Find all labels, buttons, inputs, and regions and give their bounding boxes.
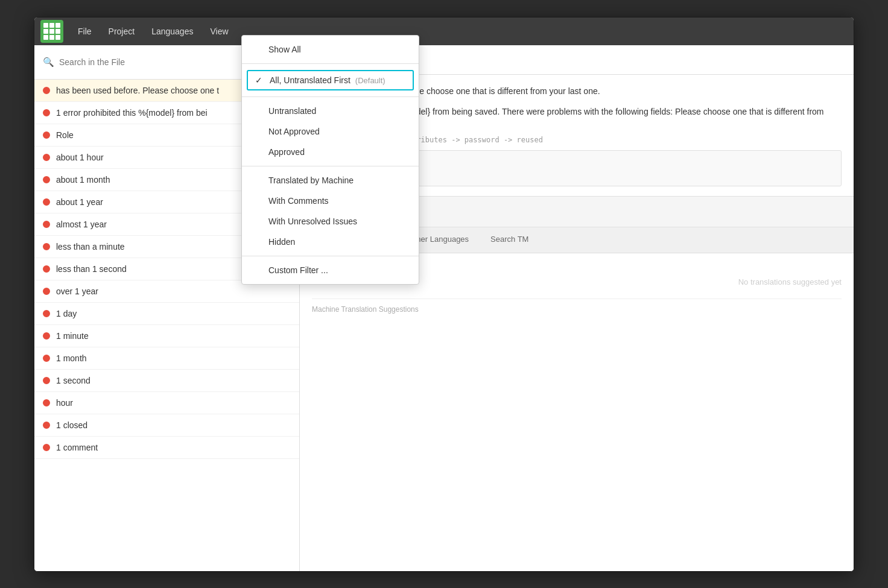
- app-icon[interactable]: [40, 20, 63, 43]
- filter-not-approved[interactable]: Not Approved: [242, 121, 419, 142]
- filter-default-label: (Default): [355, 76, 385, 85]
- status-dot: [43, 198, 50, 206]
- filter-translated-by-machine[interactable]: Translated by Machine: [242, 170, 419, 191]
- filter-show-all-label: Show All: [268, 45, 301, 54]
- main-area: 🔍 ▼ has been used before. Please choose …: [34, 45, 854, 571]
- check-mark-icon: ✓: [255, 75, 265, 85]
- string-text: 1 day: [56, 309, 77, 318]
- list-item[interactable]: 1 minute: [34, 325, 299, 347]
- string-text: about 1 month: [56, 175, 110, 185]
- grid-icon: [43, 23, 60, 40]
- check-empty: [254, 147, 264, 157]
- string-text: about 1 hour: [56, 153, 104, 162]
- filter-with-comments[interactable]: With Comments: [242, 191, 419, 211]
- status-dot: [43, 422, 50, 429]
- menu-file[interactable]: File: [69, 22, 100, 41]
- filter-all-untranslated-label: All, Untranslated First: [270, 75, 350, 85]
- check-empty: [254, 106, 264, 116]
- filter-approved-label: Approved: [268, 147, 305, 157]
- filter-with-comments-label: With Comments: [268, 196, 329, 206]
- check-empty: [254, 45, 264, 54]
- filter-custom[interactable]: Custom Filter ...: [242, 260, 419, 280]
- check-empty: [254, 217, 264, 226]
- filter-all-untranslated-first[interactable]: ✓ All, Untranslated First (Default): [247, 70, 414, 90]
- dropdown-section-1: Show All: [242, 36, 419, 64]
- status-dot: [43, 109, 50, 116]
- filter-not-approved-label: Not Approved: [268, 127, 320, 136]
- dropdown-section-4: Translated by Machine With Comments With…: [242, 166, 419, 256]
- list-item[interactable]: 1 closed: [34, 414, 299, 437]
- string-text: 1 closed: [56, 420, 87, 430]
- string-text: 1 comment: [56, 443, 98, 452]
- string-text: less than 1 second: [56, 264, 127, 274]
- string-text: has been used before. Please choose one …: [56, 86, 219, 95]
- filter-show-all[interactable]: Show All: [242, 39, 419, 60]
- filter-hidden[interactable]: Hidden: [242, 232, 419, 252]
- string-text: over 1 year: [56, 286, 98, 296]
- search-input[interactable]: [59, 57, 264, 67]
- status-dot: [43, 377, 50, 384]
- status-dot: [43, 265, 50, 273]
- filter-approved[interactable]: Approved: [242, 142, 419, 162]
- app-window: File Project Languages View 🔍 ▼ has been…: [34, 17, 854, 572]
- filter-with-unresolved-issues-label: With Unresolved Issues: [268, 217, 357, 226]
- string-text: 1 minute: [56, 331, 89, 341]
- menu-project[interactable]: Project: [100, 22, 144, 41]
- string-text: less than a minute: [56, 242, 125, 251]
- check-empty: [254, 196, 264, 206]
- status-dot: [43, 332, 50, 340]
- check-empty: [254, 127, 264, 136]
- menu-bar: File Project Languages View: [34, 17, 854, 45]
- string-text: 1 month: [56, 353, 87, 363]
- string-text: about 1 year: [56, 197, 103, 207]
- list-item[interactable]: 1 month: [34, 347, 299, 370]
- status-dot: [43, 355, 50, 362]
- dropdown-section-2: ✓ All, Untranslated First (Default): [242, 64, 419, 97]
- status-dot: [43, 176, 50, 183]
- string-text: 1 second: [56, 376, 90, 385]
- status-dot: [43, 288, 50, 295]
- status-dot: [43, 444, 50, 451]
- menu-languages[interactable]: Languages: [143, 22, 201, 41]
- status-dot: [43, 310, 50, 317]
- filter-hidden-label: Hidden: [268, 237, 295, 247]
- status-dot: [43, 154, 50, 161]
- string-text: hour: [56, 398, 73, 408]
- status-dot: [43, 221, 50, 228]
- machine-translation-label: Machine Translation Suggestions: [312, 299, 842, 314]
- filter-translated-by-machine-label: Translated by Machine: [268, 175, 354, 185]
- filter-with-unresolved-issues[interactable]: With Unresolved Issues: [242, 211, 419, 232]
- dropdown-section-3: Untranslated Not Approved Approved: [242, 97, 419, 166]
- status-dot: [43, 399, 50, 406]
- menu-view[interactable]: View: [201, 22, 236, 41]
- string-text: Role: [56, 130, 74, 140]
- list-item[interactable]: 1 comment: [34, 437, 299, 459]
- filter-dropdown: Show All ✓ All, Untranslated First (Defa…: [241, 35, 419, 285]
- status-dot: [43, 243, 50, 250]
- tab-content: No translations suggested yet Machine Tr…: [300, 253, 854, 571]
- dropdown-section-5: Custom Filter ...: [242, 256, 419, 284]
- string-text: 1 error prohibited this %{model} from be…: [56, 108, 208, 118]
- filter-untranslated-label: Untranslated: [268, 106, 316, 116]
- tab-search-tm[interactable]: Search TM: [480, 227, 539, 253]
- status-dot: [43, 87, 50, 94]
- list-item[interactable]: hour: [34, 392, 299, 414]
- status-dot: [43, 131, 50, 139]
- check-empty: [254, 237, 264, 247]
- string-text: almost 1 year: [56, 220, 107, 229]
- list-item[interactable]: 1 second: [34, 370, 299, 392]
- search-icon: 🔍: [43, 57, 54, 68]
- filter-custom-label: Custom Filter ...: [268, 265, 328, 275]
- filter-untranslated[interactable]: Untranslated: [242, 101, 419, 121]
- check-empty: [254, 175, 264, 185]
- check-empty: [254, 265, 264, 275]
- list-item[interactable]: 1 day: [34, 303, 299, 325]
